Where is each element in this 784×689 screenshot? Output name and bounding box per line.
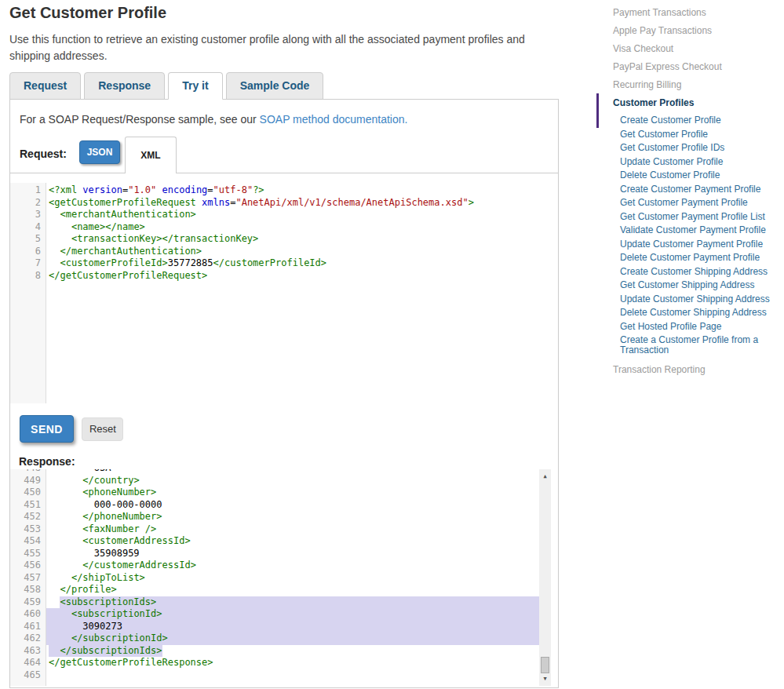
sidebar-item-update-customer-shipping-address[interactable]: Update Customer Shipping Address (620, 294, 781, 304)
soap-note: For a SOAP Request/Response sample, see … (20, 113, 549, 126)
main-content: Get Customer Profile Use this function t… (9, 3, 559, 688)
code-line: 462 </subscriptionId> (10, 632, 539, 645)
code-line: 450 <phoneNumber> (10, 487, 539, 499)
line-number: 461 (10, 621, 46, 633)
page-title: Get Customer Profile (9, 3, 559, 22)
request-label: Request: (20, 148, 67, 160)
sidebar-item-create-customer-profile[interactable]: Create Customer Profile (620, 115, 781, 126)
line-number: 449 (10, 475, 46, 487)
code-line: 458 </profile> (10, 584, 539, 596)
line-number: 456 (10, 560, 46, 572)
response-scrollbar[interactable]: ▲ ▼ (539, 469, 551, 686)
sidebar-item-apple-pay-transactions[interactable]: Apple Pay Transactions (613, 26, 784, 36)
tryit-panel: For a SOAP Request/Response sample, see … (9, 99, 559, 688)
code-line: 451 000-000-0000 (10, 499, 539, 512)
sidebar-item-get-customer-profile[interactable]: Get Customer Profile (620, 129, 781, 140)
sidebar-item-recurring-billing[interactable]: Recurring Billing (613, 80, 784, 90)
page: Get Customer Profile Use this function t… (0, 0, 784, 689)
send-button[interactable]: SEND (20, 415, 74, 443)
line-number: 457 (10, 572, 46, 585)
response-code: 448 USA449 </country>450 <phoneNumber>45… (10, 469, 539, 681)
sidebar-item-update-customer-profile[interactable]: Update Customer Profile (620, 157, 781, 167)
line-number: 3 (10, 209, 46, 221)
sidebar-item-get-customer-profile-ids[interactable]: Get Customer Profile IDs (620, 143, 781, 153)
sidebar-item-delete-customer-profile[interactable]: Delete Customer Profile (620, 170, 781, 180)
code-line: 464</getCustomerProfileResponse> (10, 657, 539, 669)
code-line: 6 </merchantAuthentication> (10, 246, 558, 258)
json-format-button[interactable]: JSON (79, 140, 120, 164)
main-tabs: RequestResponseTry itSample Code (9, 72, 559, 100)
sidebar-item-validate-customer-payment-profile[interactable]: Validate Customer Payment Profile (620, 225, 781, 235)
line-number: 463 (10, 645, 46, 658)
soap-method-link[interactable]: SOAP method documentation. (260, 113, 408, 126)
sidebar-item-get-hosted-profile-page[interactable]: Get Hosted Profile Page (620, 322, 781, 332)
request-code: 1<?xml version="1.0" encoding="utf-8"?>2… (10, 183, 558, 282)
code-line: 2<getCustomerProfileRequest xmlns="AnetA… (10, 197, 558, 210)
line-number: 451 (10, 499, 46, 512)
line-number: 465 (10, 669, 46, 682)
request-format-row: Request: JSON XML (10, 136, 558, 173)
scroll-up-icon[interactable]: ▲ (539, 471, 551, 482)
code-line: 453 <faxNumber /> (10, 523, 539, 536)
code-line: 7 <customerProfileId>35772885</customerP… (10, 257, 558, 270)
code-line: 465 (10, 669, 539, 682)
line-number: 4 (10, 221, 46, 234)
code-line: 8</getCustomerProfileRequest> (10, 270, 558, 283)
tab-request[interactable]: Request (9, 72, 81, 100)
code-line: 449 </country> (10, 475, 539, 487)
code-line: 463 </subscriptionIds> (10, 645, 539, 658)
code-line: 1<?xml version="1.0" encoding="utf-8"?> (10, 184, 558, 197)
code-line: 460 <subscriptionId> (10, 608, 539, 621)
sidebar-item-create-a-customer-profile-from-a-transaction[interactable]: Create a Customer Profile from a Transac… (620, 335, 781, 355)
code-line: 5 <transactionKey></transactionKey> (10, 233, 558, 246)
page-description: Use this function to retrieve an existin… (9, 31, 559, 64)
line-number: 6 (10, 246, 46, 258)
line-number: 453 (10, 523, 46, 536)
sidebar-nav: Payment TransactionsApple Pay Transactio… (596, 0, 784, 383)
line-number: 450 (10, 487, 46, 499)
code-line: 456 </customerAddressId> (10, 560, 539, 572)
scrollbar-thumb[interactable] (541, 657, 549, 673)
line-number: 2 (10, 197, 46, 210)
reset-button[interactable]: Reset (82, 417, 123, 441)
sidebar-item-get-customer-payment-profile[interactable]: Get Customer Payment Profile (620, 198, 781, 208)
line-number: 1 (10, 184, 46, 197)
sidebar-item-visa-checkout[interactable]: Visa Checkout (613, 44, 784, 54)
sidebar-item-transaction-reporting[interactable]: Transaction Reporting (613, 365, 784, 375)
action-buttons: SEND Reset (20, 415, 558, 443)
xml-format-tab[interactable]: XML (125, 137, 177, 173)
sidebar-item-get-customer-payment-profile-list[interactable]: Get Customer Payment Profile List (620, 212, 781, 222)
response-label: Response: (19, 455, 558, 469)
soap-note-text: For a SOAP Request/Response sample, see … (20, 113, 260, 126)
code-line: 3 <merchantAuthentication> (10, 209, 558, 221)
sidebar-item-delete-customer-payment-profile[interactable]: Delete Customer Payment Profile (620, 253, 781, 263)
sidebar-item-update-customer-payment-profile[interactable]: Update Customer Payment Profile (620, 239, 781, 250)
line-number: 7 (10, 257, 46, 270)
sidebar-item-create-customer-shipping-address[interactable]: Create Customer Shipping Address (620, 267, 781, 277)
sidebar-item-customer-profiles[interactable]: Customer Profiles (613, 98, 784, 108)
sidebar-item-paypal-express-checkout[interactable]: PayPal Express Checkout (613, 62, 784, 72)
code-line: 457 </shipToList> (10, 572, 539, 585)
line-number: 459 (10, 596, 46, 609)
tab-try-it[interactable]: Try it (168, 72, 222, 100)
active-section-indicator (596, 93, 599, 128)
line-number: 452 (10, 511, 46, 523)
code-line: 461 3090273 (10, 621, 539, 633)
line-number: 454 (10, 535, 46, 548)
sidebar-item-create-customer-payment-profile[interactable]: Create Customer Payment Profile (620, 184, 781, 195)
code-line: 452 </phoneNumber> (10, 511, 539, 523)
sidebar-item-get-customer-shipping-address[interactable]: Get Customer Shipping Address (620, 280, 781, 290)
code-line: 459 <subscriptionIds> (10, 596, 539, 609)
line-number: 455 (10, 548, 46, 560)
tab-sample-code[interactable]: Sample Code (226, 72, 324, 100)
line-number: 458 (10, 584, 46, 596)
sidebar-item-delete-customer-shipping-address[interactable]: Delete Customer Shipping Address (620, 308, 781, 318)
response-editor[interactable]: 448 USA449 </country>450 <phoneNumber>45… (10, 469, 551, 686)
tab-response[interactable]: Response (84, 72, 165, 100)
request-editor[interactable]: 1<?xml version="1.0" encoding="utf-8"?>2… (10, 183, 558, 403)
code-line: 454 <customerAddressId> (10, 535, 539, 548)
sidebar-item-payment-transactions[interactable]: Payment Transactions (613, 8, 784, 18)
line-number: 460 (10, 608, 46, 621)
scroll-down-icon[interactable]: ▼ (539, 673, 551, 684)
line-number: 464 (10, 657, 46, 669)
